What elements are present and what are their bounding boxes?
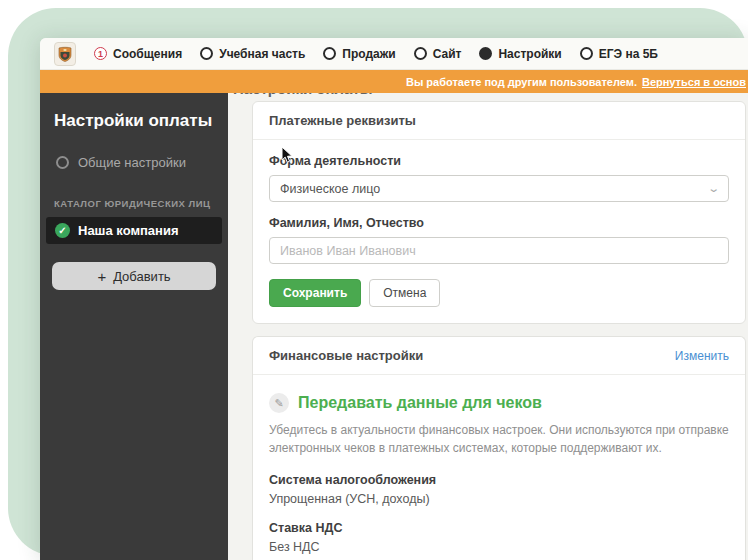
nav-item-settings[interactable]: Настройки — [479, 47, 561, 61]
check-circle-icon: ✓ — [55, 223, 70, 238]
receipts-data-heading: Передавать данные для чеков — [298, 394, 542, 412]
radio-empty-icon — [323, 47, 336, 60]
radio-empty-icon — [580, 47, 593, 60]
app-window: 1 Сообщения Учебная часть Продажи Сайт Н… — [40, 38, 748, 560]
legal-entities-catalog-header: КАТАЛОГ ЮРИДИЧЕСКИХ ЛИЦ — [40, 176, 228, 217]
nav-item-site[interactable]: Сайт — [414, 47, 462, 61]
save-button[interactable]: Сохранить — [269, 279, 361, 307]
activity-form-select[interactable]: Физическое лицо ⌄ — [269, 175, 729, 202]
radio-empty-icon — [56, 156, 69, 169]
finance-settings-card: Финансовые настройки Изменить ✎ Передава… — [252, 336, 746, 560]
plus-icon: + — [97, 269, 106, 284]
sidebar-item-our-company[interactable]: ✓ Наша компания — [46, 217, 222, 244]
payment-card-title: Платежные реквизиты — [269, 113, 416, 128]
activity-form-selected-value: Физическое лицо — [280, 182, 380, 196]
chevron-down-icon: ⌄ — [707, 183, 720, 194]
radio-empty-icon — [200, 47, 213, 60]
banner-message: Вы работаете под другим пользователем. — [406, 76, 637, 88]
nav-item-label: Учебная часть — [219, 47, 305, 61]
receipts-data-heading-row: ✎ Передавать данные для чеков — [269, 393, 729, 413]
nav-item-label: Сообщения — [113, 47, 182, 61]
field-value: Без НДС — [269, 540, 729, 554]
nav-item-sales[interactable]: Продажи — [323, 47, 395, 61]
messages-count-badge-icon: 1 — [94, 47, 107, 60]
full-name-input[interactable] — [269, 237, 729, 264]
field-value: Упрощенная (УСН, доходы) — [269, 492, 729, 506]
sidebar-item-label: Наша компания — [78, 223, 179, 238]
crest-icon — [58, 46, 72, 62]
edit-finance-link[interactable]: Изменить — [675, 349, 729, 363]
cancel-button[interactable]: Отмена — [369, 279, 440, 307]
nav-item-messages[interactable]: 1 Сообщения — [94, 47, 182, 61]
payment-card-header: Платежные реквизиты — [253, 102, 745, 140]
add-company-label: Добавить — [113, 269, 170, 284]
sidebar-item-label: Общие настройки — [78, 155, 186, 170]
add-company-button[interactable]: + Добавить — [52, 262, 216, 290]
finance-card-header: Финансовые настройки Изменить — [253, 337, 745, 375]
finance-description: Убедитесь в актуальности финансовых наст… — [269, 421, 729, 457]
nav-item-label: Сайт — [433, 47, 462, 61]
nav-item-label: Продажи — [342, 47, 395, 61]
activity-form-label: Форма деятельности — [269, 154, 729, 168]
finance-card-title: Финансовые настройки — [269, 348, 423, 363]
nav-item-ege[interactable]: ЕГЭ на 5Б — [580, 47, 658, 61]
nav-item-study[interactable]: Учебная часть — [200, 47, 305, 61]
return-to-main-account-link[interactable]: Вернуться в основ — [642, 76, 746, 88]
pencil-icon: ✎ — [269, 393, 289, 413]
full-name-label: Фамилия, Имя, Отчество — [269, 216, 729, 230]
tax-system-field: Система налогообложения Упрощенная (УСН,… — [269, 473, 729, 506]
impersonation-banner: Вы работаете под другим пользователем. В… — [40, 70, 748, 93]
field-label: Система налогообложения — [269, 473, 729, 487]
radio-filled-icon — [479, 47, 492, 60]
payment-settings-sidebar: Настройки оплаты Общие настройки КАТАЛОГ… — [40, 93, 228, 560]
nav-item-label: ЕГЭ на 5Б — [599, 47, 658, 61]
sidebar-title: Настройки оплаты — [40, 103, 228, 135]
nav-item-label: Настройки — [498, 47, 561, 61]
school-crest-logo[interactable] — [54, 42, 76, 66]
field-label: Ставка НДС — [269, 521, 729, 535]
main-content: Настройки оплаты Платежные реквизиты Фор… — [228, 93, 748, 560]
top-navbar: 1 Сообщения Учебная часть Продажи Сайт Н… — [40, 38, 748, 70]
radio-empty-icon — [414, 47, 427, 60]
sidebar-item-general-settings[interactable]: Общие настройки — [40, 135, 228, 176]
payment-details-card: Платежные реквизиты Форма деятельности Ф… — [252, 101, 746, 324]
vat-rate-field: Ставка НДС Без НДС — [269, 521, 729, 554]
